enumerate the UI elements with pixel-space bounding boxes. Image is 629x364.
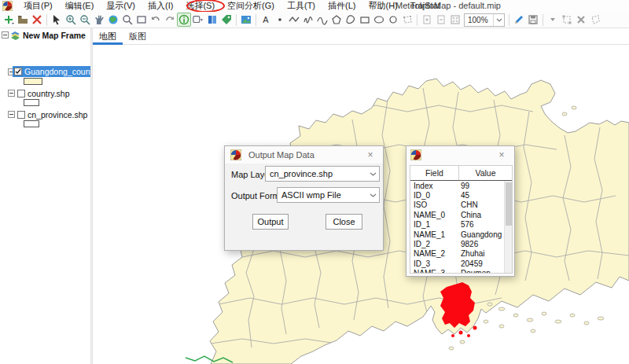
chevron-down-icon[interactable]: [366, 172, 379, 176]
field-cell: ID_1: [410, 220, 458, 229]
menu-item-selection[interactable]: 选择(S): [179, 0, 221, 12]
selected-county-zhuhai[interactable]: [440, 282, 475, 328]
layer-checkbox-checked[interactable]: [14, 68, 22, 75]
layer-checkbox-unchecked[interactable]: [17, 111, 25, 119]
save-button[interactable]: [526, 13, 540, 27]
zoom-to-layer-button[interactable]: [120, 13, 134, 27]
table-row[interactable]: ID_320459: [410, 259, 504, 268]
page-zoom-out-button[interactable]: [434, 13, 448, 27]
edit-pencil-button[interactable]: [512, 13, 526, 27]
freehand-tool-button[interactable]: [301, 13, 315, 27]
table-row[interactable]: ID_29826: [410, 239, 504, 248]
value-cell: Doumen: [458, 269, 504, 273]
close-button[interactable]: [30, 13, 44, 27]
table-row[interactable]: ID_045: [410, 190, 504, 200]
table-row[interactable]: NAME_0China: [410, 210, 504, 219]
image-button[interactable]: [239, 13, 253, 27]
polygon-tool-button[interactable]: [329, 13, 344, 27]
tab-map[interactable]: 地图: [93, 28, 123, 45]
collapse-icon[interactable]: [8, 111, 15, 118]
table-row[interactable]: ISOCHN: [410, 200, 504, 210]
menu-item-view[interactable]: 显示(V): [100, 0, 142, 12]
delete-feature-button[interactable]: [574, 13, 588, 27]
text-tool-button[interactable]: A: [259, 13, 273, 27]
menu-item-edit[interactable]: 编辑(E): [59, 0, 101, 12]
polyline-tool-button[interactable]: [287, 13, 301, 27]
table-row[interactable]: ID_1576: [410, 220, 504, 230]
chevron-down-icon[interactable]: [493, 14, 504, 26]
zoom-level-value: 100%: [465, 16, 493, 24]
field-cell: NAME_1: [410, 230, 458, 239]
table-row[interactable]: NAME_3Doumen: [410, 269, 504, 273]
zoom-out-button[interactable]: [78, 13, 92, 27]
select-feature-button[interactable]: [191, 13, 205, 27]
table-row[interactable]: NAME_2Zhuhai: [410, 249, 504, 259]
circle-tool-button[interactable]: [386, 13, 400, 27]
page-fit-button[interactable]: [448, 13, 462, 27]
dialog-titlebar[interactable]: ×: [406, 146, 514, 164]
layer-name: cn_province.shp: [28, 110, 87, 119]
close-icon[interactable]: ×: [496, 149, 507, 160]
edit-vertices-tool-button[interactable]: [400, 13, 414, 27]
curve-tool-button[interactable]: [315, 13, 329, 27]
open-project-button[interactable]: [16, 13, 30, 27]
zoom-rectangle-button[interactable]: [134, 13, 149, 27]
value-cell: China: [458, 211, 504, 219]
dialog-title: Output Map Data: [248, 150, 314, 160]
output-button[interactable]: Output: [252, 214, 289, 230]
ellipse-tool-button[interactable]: [372, 13, 386, 27]
rectangle-tool-button[interactable]: [358, 13, 372, 27]
redo-button[interactable]: [163, 13, 177, 27]
label-tag-button[interactable]: [219, 13, 234, 27]
toolbar-separator: [543, 14, 543, 26]
collapse-icon[interactable]: [8, 90, 15, 97]
scrollbar-thumb[interactable]: [506, 182, 512, 226]
value-cell: 20459: [458, 259, 504, 268]
toolbar-separator: [509, 14, 509, 26]
collapse-icon[interactable]: [2, 31, 9, 39]
table-row[interactable]: Index99: [410, 181, 504, 190]
lasso-button[interactable]: [588, 13, 602, 27]
value-cell: 9826: [458, 240, 504, 248]
layer-node-country[interactable]: country.shp: [0, 88, 90, 98]
menu-item-insert[interactable]: 插入(I): [142, 0, 179, 12]
menu-item-project[interactable]: 项目(P): [17, 0, 59, 12]
map-frame-node[interactable]: New Map Frame: [0, 30, 90, 40]
menu-item-tools[interactable]: 工具(T): [281, 0, 322, 12]
layer-row-guangdong-selected[interactable]: Guangdong_county.shp: [13, 66, 90, 77]
select-arrow-button[interactable]: [50, 13, 64, 27]
dropdown-caret-button[interactable]: [546, 13, 560, 27]
output-format-value: ASCII wmp File: [278, 190, 366, 200]
column-header-value[interactable]: Value: [459, 166, 512, 180]
tab-layout[interactable]: 版图: [123, 28, 153, 45]
table-row[interactable]: NAME_1Guangdong: [410, 230, 504, 239]
layer-name: country.shp: [28, 89, 70, 98]
move-vertex-button[interactable]: [560, 13, 574, 27]
attribute-table-button[interactable]: [205, 13, 219, 27]
full-extent-globe-button[interactable]: [106, 13, 120, 27]
dialog-titlebar[interactable]: Output Map Data ×: [225, 146, 383, 164]
layer-node-cn-province[interactable]: cn_province.shp: [0, 109, 90, 119]
point-tool-button[interactable]: [273, 13, 287, 27]
table-scrollbar[interactable]: [504, 181, 512, 273]
map-layer-combo[interactable]: cn_province.shp: [265, 166, 380, 182]
output-format-combo[interactable]: ASCII wmp File: [277, 187, 380, 203]
chevron-down-icon[interactable]: [366, 193, 379, 197]
field-cell: ID_0: [410, 191, 458, 200]
identify-button[interactable]: [177, 13, 191, 27]
layer-checkbox-unchecked[interactable]: [17, 90, 25, 97]
pan-button[interactable]: [92, 13, 106, 27]
freeform-polygon-tool-button[interactable]: [344, 13, 358, 27]
zoom-in-button[interactable]: [64, 13, 78, 27]
zoom-level-combo[interactable]: 100%: [464, 13, 505, 27]
menu-item-spatial-analysis[interactable]: 空间分析(G): [221, 0, 281, 12]
undo-button[interactable]: [149, 13, 163, 27]
close-button[interactable]: Close: [326, 214, 362, 230]
titlebar: 项目(P) 编辑(E) 显示(V) 插入(I) 选择(S) 空间分析(G) 工具…: [0, 0, 629, 12]
close-icon[interactable]: ×: [365, 149, 376, 160]
menu-item-plugins[interactable]: 插件(L): [322, 0, 362, 12]
new-project-button[interactable]: [2, 13, 16, 27]
page-zoom-in-button[interactable]: [420, 13, 434, 27]
layer-name: Guangdong_county.shp: [24, 67, 90, 76]
column-header-field[interactable]: Field: [410, 166, 459, 180]
